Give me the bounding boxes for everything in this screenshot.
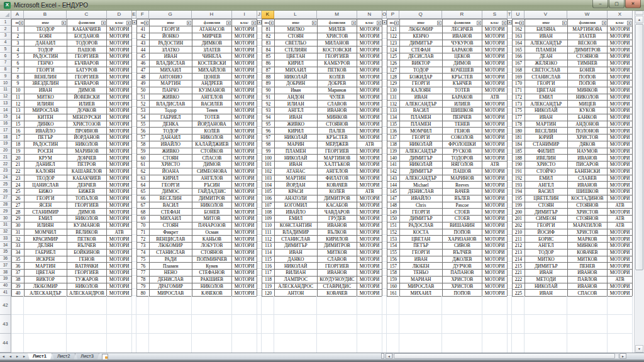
cell-number[interactable]: 3	[12, 40, 25, 47]
cell-surname[interactable]: ТОДОРОВ	[443, 155, 483, 162]
row-header-4[interactable]: 4	[0, 40, 11, 47]
cell-class[interactable]: МОТОРИ	[232, 175, 257, 182]
cell-name[interactable]: ЛЮБОМИР	[25, 283, 67, 290]
cell-name[interactable]: НИКОЛАЙ	[400, 141, 443, 148]
cell-class[interactable]: МОТОРИ	[232, 87, 257, 94]
cell-class[interactable]: МОТОРИ	[357, 168, 382, 175]
cell-surname[interactable]: СТЕФАНОВ	[192, 270, 233, 277]
cell-class[interactable]: МОТОРИ	[608, 250, 633, 256]
cell-name[interactable]: ИВАН	[25, 87, 67, 94]
cell-class[interactable]: МОТОРИ	[608, 26, 633, 33]
cell-number[interactable]: 86	[262, 60, 275, 67]
cell-name[interactable]: Chris	[400, 202, 443, 209]
cell-surname[interactable]: АНГЕЛОВ	[318, 168, 358, 175]
cell-class[interactable]: МОТОРИ	[232, 216, 257, 222]
cell-number[interactable]: 123	[387, 40, 400, 47]
cell-number[interactable]: 112	[262, 236, 275, 243]
cell-number[interactable]: 13	[12, 107, 25, 114]
cell-surname[interactable]: КАНЬОВ	[192, 236, 233, 243]
cell-name[interactable]: ГЕОРГИ	[150, 182, 192, 189]
cell-class[interactable]: МОТОРИ	[107, 107, 132, 114]
row-header-27[interactable]: 27	[0, 195, 11, 202]
cell-class[interactable]: МОТОРИ	[232, 195, 257, 202]
row-header-8[interactable]: 8	[0, 67, 11, 74]
cell-number[interactable]: 7	[12, 67, 25, 74]
column-header-S[interactable]: S	[482, 11, 508, 19]
cell-name[interactable]: ГЕОРГИ	[400, 209, 443, 216]
cell-surname[interactable]: ГЕОРГИЕВ	[67, 53, 108, 60]
cell-number[interactable]: 70	[137, 222, 150, 229]
cell-name[interactable]: ВАСИЛ	[150, 202, 192, 209]
cell-surname[interactable]: ДИМИТРОВ	[318, 195, 358, 202]
row-header-24[interactable]: 24	[0, 175, 11, 182]
cell-name[interactable]: Иван	[275, 87, 318, 94]
cell-name[interactable]: Фикрет	[150, 229, 192, 236]
cell-surname[interactable]: ДИМКОВ	[192, 40, 233, 47]
cell-number[interactable]: 143	[387, 175, 400, 182]
cell-surname[interactable]: МЕРДЖЕВ	[318, 141, 358, 148]
cell-number[interactable]: 14	[12, 114, 25, 121]
filter-dropdown-icon[interactable]: ▼	[502, 21, 506, 25]
cell-number[interactable]: 83	[262, 40, 275, 47]
cell-name[interactable]: ЕМИЛ	[525, 175, 568, 182]
cell-name[interactable]: ИВАН	[525, 270, 568, 277]
cell-class[interactable]: МОТОРИ	[232, 229, 257, 236]
cell-class[interactable]: МОТОРИ	[232, 80, 257, 87]
cell-class[interactable]: МОТОРИ	[357, 53, 382, 60]
cell-class[interactable]: МОТОРИ	[357, 202, 382, 209]
cell-name[interactable]: ХРИСТО	[150, 162, 192, 168]
cell-number[interactable]: 215	[513, 263, 525, 270]
cell-surname[interactable]: БОГДАНОВ	[67, 33, 108, 40]
cell-number[interactable]: 73	[137, 243, 150, 250]
cell-number[interactable]: 185	[513, 148, 525, 155]
cell-surname[interactable]: КОВАЧЕВ	[568, 250, 608, 256]
cell-number[interactable]: 190	[513, 162, 525, 168]
cell-name[interactable]: МИХАИЛ	[150, 216, 192, 222]
cell-name[interactable]: МАРИН	[275, 141, 318, 148]
cell-surname[interactable]: ИВАНОВ	[318, 270, 358, 277]
filter-dropdown-icon[interactable]: ▼	[627, 21, 631, 25]
cell-class[interactable]: МОТОРИ	[107, 243, 132, 250]
cell-class[interactable]: МОТОРИ	[107, 80, 132, 87]
cell-surname[interactable]: ДИМОВ	[192, 162, 233, 168]
last-sheet-button[interactable]: ►	[21, 353, 28, 359]
cell-class[interactable]: МОТОРИ	[357, 101, 382, 107]
cell-surname[interactable]: СТОЯНОВ	[192, 250, 233, 256]
cell-number[interactable]: 108	[262, 209, 275, 216]
cell-class[interactable]: МОТОРИ	[107, 60, 132, 67]
cell-name[interactable]: ИВАН	[275, 250, 318, 256]
cell-surname[interactable]: СИМЕОНОВА	[192, 168, 233, 175]
cell-name[interactable]: ГЕОРГИ	[400, 250, 443, 256]
cell-number[interactable]: 43	[137, 40, 150, 47]
cell-surname[interactable]: ДОНЧЕВ	[67, 155, 108, 162]
cell-surname[interactable]: АНДОНОВ	[568, 121, 608, 128]
cell-surname[interactable]: ЧУКУРОВ	[443, 40, 483, 47]
cell-class[interactable]: МОТОРИ	[357, 155, 382, 162]
cell-surname[interactable]: ХАЛТЪКОВ	[318, 162, 358, 168]
row-header-34[interactable]: 34	[0, 242, 11, 249]
cell-number[interactable]: 82	[262, 33, 275, 40]
cell-class[interactable]: МОТОРИ	[357, 87, 382, 94]
cell-number[interactable]: 141	[387, 162, 400, 168]
cell-number[interactable]: 45	[137, 53, 150, 60]
header-cell-name[interactable]: име▼	[25, 19, 67, 26]
cell-name[interactable]: ЖЕЛЯЗКО	[525, 60, 568, 67]
cell-surname[interactable]: ТОТЕВ	[192, 114, 233, 121]
cell-number[interactable]: 121	[387, 26, 400, 33]
cell-number[interactable]: 126	[387, 60, 400, 67]
cell-surname[interactable]: ХРИСТОВ	[568, 209, 608, 216]
cell-number[interactable]: 161	[387, 290, 400, 297]
cell-class[interactable]: МОТОРИ	[357, 175, 382, 182]
cell-name[interactable]: ДАНАИЛ	[150, 134, 192, 141]
cell-class[interactable]: МОТОРИ	[482, 222, 508, 229]
cell-surname[interactable]: БЪЧВАРОВ	[67, 60, 108, 67]
cell-number[interactable]: 150	[387, 216, 400, 222]
cell-surname[interactable]: СТАВРИДИС	[318, 283, 358, 290]
cell-class[interactable]: МОТОРИ	[482, 216, 508, 222]
filter-dropdown-icon[interactable]: ▼	[126, 21, 131, 25]
header-cell-surname[interactable]: фамилия▼	[192, 19, 233, 26]
cell-class[interactable]: МОТОРИ	[608, 263, 633, 270]
cell-number[interactable]: 164	[513, 40, 525, 47]
row-header-15[interactable]: 15	[0, 114, 11, 121]
cell-name[interactable]: ТОДОР	[25, 47, 67, 53]
